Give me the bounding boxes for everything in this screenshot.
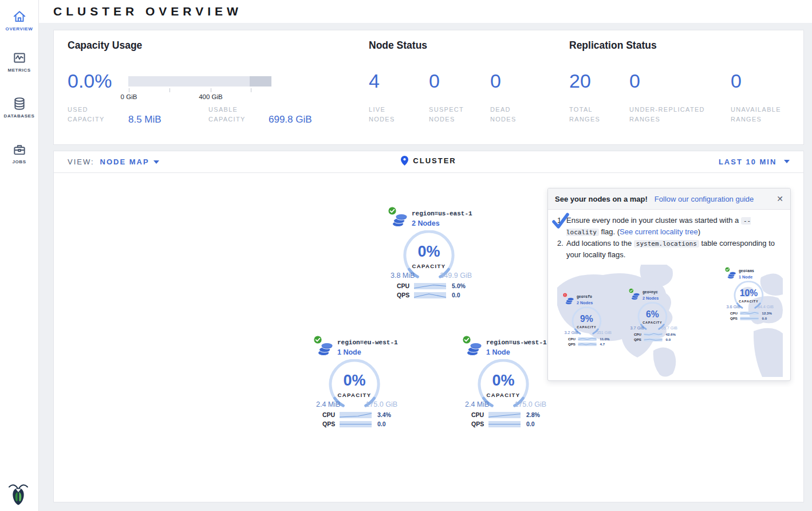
setup-step-1: 1. Ensure every node in your cluster was… <box>557 215 782 238</box>
cpu-row: CPU 3.4% <box>322 411 400 418</box>
total-capacity: 34.4 GiB <box>758 305 774 309</box>
tick-label-400gib: 400 GiB <box>194 93 228 100</box>
qps-label: QPS <box>568 342 578 346</box>
nodes-count-link[interactable]: 2 Nodes <box>412 219 440 227</box>
live-nodes-value: 4 <box>369 70 380 91</box>
total-capacity: 175.0 GiB <box>365 400 397 408</box>
cpu-value: 12.3% <box>762 311 772 315</box>
configuration-guide-link[interactable]: Follow our configuration guide <box>655 195 754 203</box>
metrics-icon <box>12 50 27 65</box>
axis-tick <box>251 88 251 92</box>
usable-capacity-label: USABLE CAPACITY <box>208 105 260 124</box>
qps-sparkline <box>740 317 758 320</box>
capacity-label: CAPACITY <box>401 263 456 269</box>
close-icon[interactable]: ✕ <box>776 194 783 203</box>
node-map-panel: VIEW: NODE MAP CLUSTER LAST 10 MIN <box>53 151 804 502</box>
sidebar-item-metrics[interactable]: METRICS <box>0 50 38 73</box>
nodes-count-link[interactable]: 1 Node <box>486 348 510 356</box>
step-text: Ensure every node in your cluster was st… <box>566 216 741 225</box>
total-capacity: 175.0 GiB <box>514 400 546 408</box>
healthy-check-icon <box>462 335 471 344</box>
cpu-sparkline <box>578 337 596 340</box>
qps-label: QPS <box>471 420 488 427</box>
capacity-percent: 0.0% <box>68 70 112 91</box>
home-icon <box>12 9 27 24</box>
cpu-sparkline <box>414 283 446 289</box>
capacity-percent: 0% <box>401 243 456 261</box>
capacity-percent: 0% <box>476 372 531 390</box>
step-text: Add locations to the <box>566 239 634 247</box>
node-map-setup-tooltip: See your nodes on a map! Follow our conf… <box>547 188 791 381</box>
total-capacity: 351 GiB <box>597 331 612 335</box>
step-complete-check-icon <box>552 213 569 230</box>
qps-sparkline <box>414 292 446 298</box>
capacity-percent: 6% <box>637 309 669 320</box>
used-capacity: 2.4 MiB <box>316 400 340 408</box>
jobs-icon <box>12 142 27 157</box>
total-ranges-value: 20 <box>569 70 591 91</box>
healthy-check-icon <box>388 206 397 215</box>
qps-value: 4.7 <box>600 342 605 346</box>
axis-tick <box>129 88 129 92</box>
node-group-us-east-1[interactable]: region=us-east-1 2 Nodes 0% CAPACITY 3.8… <box>383 207 475 302</box>
databases-icon <box>12 96 27 111</box>
capacity-usage-title: Capacity Usage <box>68 40 142 52</box>
cpu-label: CPU <box>471 411 488 418</box>
total-capacity: 65.7 GiB <box>661 326 677 331</box>
region-label: geo=sfo <box>577 295 592 299</box>
system-locations-code: system.locations <box>634 240 699 247</box>
dead-nodes-label: DEAD NODES <box>490 105 530 124</box>
under-replicated-label: UNDER-REPLICATED RANGES <box>629 105 721 124</box>
tooltip-header: See your nodes on a map! Follow our conf… <box>548 188 790 210</box>
node-group-us-west-1[interactable]: region=us-west-1 1 Node 0% CAPACITY 2.4 … <box>458 336 549 431</box>
qps-label: QPS <box>322 420 340 427</box>
nodes-count: 2 Nodes <box>642 296 659 300</box>
qps-sparkline <box>340 421 372 427</box>
node-group-eu-west-1[interactable]: region=eu-west-1 1 Node 0% CAPACITY 2.4 … <box>309 336 400 431</box>
breadcrumb-cluster: CLUSTER <box>413 156 456 165</box>
qps-value: 0.0 <box>526 420 535 427</box>
healthy-check-icon <box>725 267 730 272</box>
time-range-selector[interactable]: LAST 10 MIN <box>719 158 790 166</box>
used-capacity-label: USED CAPACITY <box>68 105 117 124</box>
chevron-down-icon[interactable] <box>784 160 790 163</box>
cpu-sparkline <box>340 412 372 418</box>
qps-row: QPS 0.0 <box>322 420 400 427</box>
total-capacity: 349.9 GiB <box>440 272 472 280</box>
region-label: region=eu-west-1 <box>337 339 398 346</box>
capacity-label: CAPACITY <box>733 300 765 303</box>
qps-label: QPS <box>397 292 414 298</box>
qps-value: 0.0 <box>377 420 386 427</box>
sidebar-item-jobs[interactable]: JOBS <box>0 142 38 164</box>
capacity-percent: 10% <box>733 288 765 298</box>
sidebar-item-label: OVERVIEW <box>0 26 38 32</box>
cpu-sparkline <box>644 332 662 336</box>
capacity-stats: 2.4 MiB 175.0 GiB <box>309 400 400 408</box>
replication-status-title: Replication Status <box>569 40 657 52</box>
cpu-label: CPU <box>322 411 340 418</box>
cpu-value: 42.6% <box>666 332 676 336</box>
capacity-label: CAPACITY <box>637 321 669 324</box>
error-badge-icon: ! <box>563 293 567 297</box>
healthy-check-icon <box>313 335 322 344</box>
locality-tree-link[interactable]: See current locality tree <box>620 227 698 236</box>
qps-row: QPS 0.0 <box>471 420 549 427</box>
qps-label: QPS <box>730 316 740 320</box>
nodes-count-link[interactable]: 1 Node <box>337 348 361 356</box>
capacity-stats: 2.4 MiB 175.0 GiB <box>458 400 549 408</box>
sidebar-item-label: DATABASES <box>0 113 38 119</box>
cpu-label: CPU <box>730 311 740 315</box>
sidebar-item-databases[interactable]: DATABASES <box>0 96 38 119</box>
setup-step-2: 2. Add locations to the system.locations… <box>557 238 782 260</box>
sidebar: OVERVIEW METRICS DATABASES JOBS <box>0 0 39 511</box>
node-status-title: Node Status <box>369 40 427 52</box>
used-capacity: 3.6 GiB <box>727 305 740 309</box>
cpu-sparkline <box>488 412 521 418</box>
qps-label: QPS <box>634 337 644 341</box>
axis-tick <box>170 88 170 92</box>
capacity-percent: 9% <box>571 314 603 324</box>
nodes-count: 1 Node <box>739 274 752 279</box>
cpu-value: 2.8% <box>526 411 540 418</box>
sidebar-item-overview[interactable]: OVERVIEW <box>0 9 38 32</box>
qps-value: 0.0 <box>762 316 767 320</box>
